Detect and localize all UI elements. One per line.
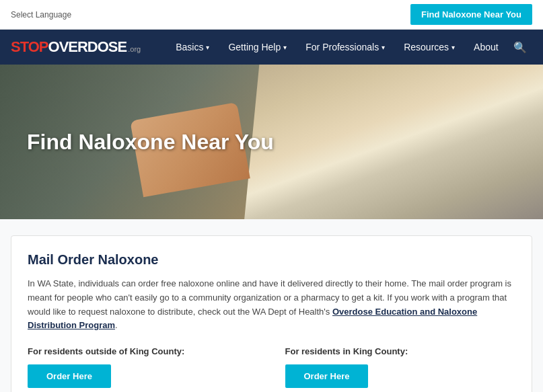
language-selector[interactable]: Select Language (11, 10, 71, 19)
main-nav: STOPOVERDOSE.org Basics ▾ Getting Help ▾… (0, 30, 543, 65)
hero-section: Find Naloxone Near You (0, 65, 543, 219)
order-inside-king-button[interactable]: Order Here (285, 364, 369, 388)
chevron-down-icon: ▾ (382, 44, 385, 51)
mail-order-card: Mail Order Naloxone In WA State, individ… (11, 235, 532, 392)
chevron-down-icon: ▾ (283, 44, 287, 51)
logo-org: .org (128, 45, 141, 53)
col-outside-king: For residents outside of King County: Or… (28, 346, 258, 388)
logo-overdose: OVERDOSE (48, 38, 127, 56)
col2-label: For residents in King County: (285, 346, 516, 356)
nav-items: Basics ▾ Getting Help ▾ For Professional… (168, 30, 508, 65)
site-logo[interactable]: STOPOVERDOSE.org (11, 38, 141, 56)
order-outside-king-button[interactable]: Order Here (28, 364, 111, 388)
search-icon[interactable]: 🔍 (508, 41, 532, 54)
nav-item-basics[interactable]: Basics ▾ (168, 30, 217, 65)
nav-item-resources[interactable]: Resources ▾ (396, 30, 463, 65)
nav-item-for-professionals[interactable]: For Professionals ▾ (297, 30, 393, 65)
hero-content: Find Naloxone Near You (0, 130, 301, 155)
col1-label: For residents outside of King County: (28, 346, 258, 356)
logo-stop: STOP (11, 38, 48, 56)
chevron-down-icon: ▾ (451, 44, 455, 51)
nav-item-about[interactable]: About (466, 30, 507, 65)
hero-title: Find Naloxone Near You (27, 130, 274, 155)
content-area: Mail Order Naloxone In WA State, individ… (0, 219, 543, 392)
nav-item-getting-help[interactable]: Getting Help ▾ (220, 30, 295, 65)
mail-order-body: In WA State, individuals can order free … (28, 277, 515, 333)
order-columns: For residents outside of King County: Or… (28, 346, 515, 388)
col-inside-king: For residents in King County: Order Here (285, 346, 516, 388)
chevron-down-icon: ▾ (206, 44, 209, 51)
mail-order-title: Mail Order Naloxone (28, 252, 515, 268)
find-naloxone-top-button[interactable]: Find Naloxone Near You (410, 4, 532, 25)
top-bar: Select Language Find Naloxone Near You (0, 0, 543, 30)
